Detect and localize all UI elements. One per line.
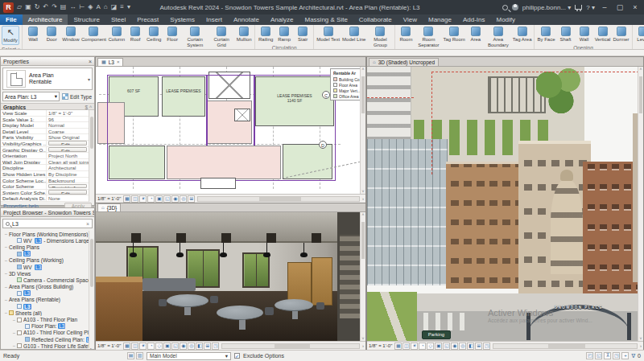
view-control-icon[interactable]: ◎ <box>188 343 195 350</box>
view-control-icon[interactable]: ☀ <box>139 343 147 350</box>
ribbon-button[interactable]: Model Text <box>316 26 341 43</box>
ribbon-button[interactable]: Floor <box>163 26 181 43</box>
property-value[interactable]: Coarse <box>47 129 89 134</box>
status-bar-icon[interactable]: ▥ <box>136 352 143 359</box>
ribbon-tab[interactable]: View <box>398 14 423 25</box>
view-control-icon[interactable]: ◧ <box>196 343 203 350</box>
qat-icon[interactable]: ▾ <box>126 2 131 13</box>
render-canvas[interactable]: ˄˅ <box>96 212 365 341</box>
ribbon-button[interactable]: Tag Area <box>512 26 533 43</box>
view-tab-3d[interactable]: ⌂ {3D} <box>97 203 121 211</box>
browser-tree-item[interactable]: − Area Plans (Gross Building) <box>1 284 94 290</box>
tree-expander-icon[interactable]: − <box>3 297 9 302</box>
ribbon-button[interactable]: Wall <box>24 26 42 43</box>
property-value[interactable]: Normal <box>47 122 89 128</box>
ribbon-tab[interactable]: Analyze <box>265 14 299 25</box>
ribbon-button[interactable]: Wall <box>576 26 593 43</box>
browser-tree-item[interactable]: − G103 - Third Floor Life Safety Plan <box>1 343 94 349</box>
graphics-section-header[interactable]: Graphics $ ^ <box>1 103 94 110</box>
view-control-icon[interactable]: ◱ <box>443 343 450 350</box>
view-control-icon[interactable]: ▣ <box>155 195 163 203</box>
area-tag[interactable]: 607 SF <box>127 89 140 94</box>
qat-icon[interactable]: ◈ <box>87 2 93 13</box>
view-control-icon[interactable]: ◉ <box>171 195 179 203</box>
browser-tree-item[interactable]: − A110 - Third Floor Ceiling Plan <box>1 330 94 336</box>
ribbon-button[interactable]: Curtain System <box>182 26 208 48</box>
browser-tree-item[interactable]: WV_L3 - Dimensions Large Scale <box>1 237 94 244</box>
vertical-scrollbar[interactable]: ˄˅ <box>360 67 365 194</box>
tree-expander-icon[interactable]: − <box>3 310 9 315</box>
ribbon-button[interactable]: Railing <box>257 26 275 43</box>
browser-tree-item[interactable]: L3 <box>1 251 94 257</box>
ribbon-tab[interactable]: File <box>0 14 23 25</box>
qat-icon[interactable]: ≡ <box>119 2 125 13</box>
tree-expander-icon[interactable]: − <box>11 330 17 335</box>
view-control-icon[interactable]: ⊞ <box>475 343 482 350</box>
qat-icon[interactable]: ↶ <box>42 2 49 13</box>
selection-toggle-icon[interactable]: ⊼ <box>604 352 611 359</box>
view-control-icon[interactable]: ☀ <box>139 195 147 203</box>
close-tab-icon[interactable]: × <box>117 59 120 66</box>
exclude-options-checkbox[interactable]: ✓ <box>234 353 240 359</box>
tree-expander-icon[interactable]: − <box>3 271 9 276</box>
horizontal-scrollbar[interactable] <box>197 196 360 202</box>
help-menu[interactable]: ? ▾ <box>586 4 595 11</box>
ribbon-button[interactable]: Ramp <box>275 26 293 43</box>
close-button[interactable]: × <box>630 3 641 11</box>
modify-button[interactable]: ↖ Modify <box>2 26 19 45</box>
status-bar-icon[interactable]: ▤ <box>127 352 134 359</box>
properties-header[interactable]: Properties × <box>1 57 94 66</box>
grid-bubble[interactable]: D <box>319 141 327 149</box>
ribbon-button[interactable]: Model Group <box>367 26 393 48</box>
scale-button[interactable]: 1/8" = 1'-0" <box>97 196 121 201</box>
ribbon-button[interactable]: Vertical <box>594 26 612 43</box>
view-control-icon[interactable]: ⊞ <box>204 343 211 350</box>
ribbon-button[interactable]: By Face <box>536 26 555 43</box>
area-boundary[interactable] <box>206 75 208 146</box>
ribbon-button[interactable]: Door <box>43 26 60 43</box>
view-control-icon[interactable]: ⊞ <box>188 195 195 203</box>
view-control-icon[interactable]: ◎ <box>459 343 466 350</box>
ribbon-button[interactable]: Area <box>467 26 485 43</box>
property-value[interactable]: Clean all wall joins <box>47 159 89 165</box>
search-icon[interactable] <box>502 5 508 10</box>
close-icon[interactable]: × <box>87 59 92 64</box>
property-value[interactable]: Edit... <box>48 141 87 146</box>
ribbon-tab[interactable]: Add-Ins <box>457 14 491 25</box>
ribbon-button[interactable]: Mullion <box>235 26 253 43</box>
area-boundary[interactable] <box>254 75 255 146</box>
minimize-button[interactable]: – <box>599 3 610 11</box>
browser-tree-item[interactable]: Reflected Ceiling Plan: L3 <box>1 336 94 343</box>
property-value[interactable]: None <box>47 195 89 201</box>
cart-icon[interactable] <box>575 5 582 10</box>
area-boundary[interactable] <box>107 75 336 181</box>
horizontal-scrollbar[interactable] <box>221 343 360 349</box>
scale-button[interactable]: 1/8" = 1'-0" <box>97 343 121 348</box>
view-control-icon[interactable]: ◉ <box>180 343 187 350</box>
qat-icon[interactable]: ▣ <box>24 2 32 13</box>
view-tab-l3[interactable]: ▦ L3 × <box>97 58 123 66</box>
area-tag[interactable]: LEASE PREMISES <box>166 89 200 94</box>
crop-region-line[interactable] <box>367 97 414 98</box>
selection-toggle-icon[interactable]: + <box>621 352 629 359</box>
qat-icon[interactable]: ↻ <box>34 2 41 13</box>
section-collapse-icon[interactable]: $ ^ <box>85 105 92 109</box>
property-value[interactable]: Project North <box>47 153 89 158</box>
horizontal-scrollbar[interactable] <box>493 343 638 349</box>
ribbon-button[interactable]: Curtain Grid <box>208 26 234 48</box>
view-control-icon[interactable]: ◉ <box>451 343 458 350</box>
property-value[interactable]: 1/8" = 1'-0" <box>47 110 89 116</box>
view-control-icon[interactable]: ◎ <box>180 195 187 203</box>
crop-region-line[interactable] <box>431 72 639 72</box>
user-menu[interactable]: philippe.bonn... ▾ <box>522 4 572 11</box>
view-control-icon[interactable]: ▦ <box>123 343 130 350</box>
property-value[interactable]: Architectural <box>47 165 89 170</box>
view-control-icon[interactable]: ◳ <box>483 343 490 350</box>
property-value[interactable]: Background <box>47 178 89 183</box>
ribbon-tab[interactable]: Systems <box>164 14 200 25</box>
view-control-icon[interactable]: ▣ <box>435 343 442 350</box>
design-option-dropdown[interactable]: Main Model▾ <box>147 352 231 360</box>
selection-toggle-icon[interactable]: ◳ <box>613 352 620 359</box>
browser-tree-item[interactable]: Camera - Commercial Space L3 <box>1 277 94 283</box>
ribbon-button[interactable]: Room Separator <box>415 26 441 48</box>
